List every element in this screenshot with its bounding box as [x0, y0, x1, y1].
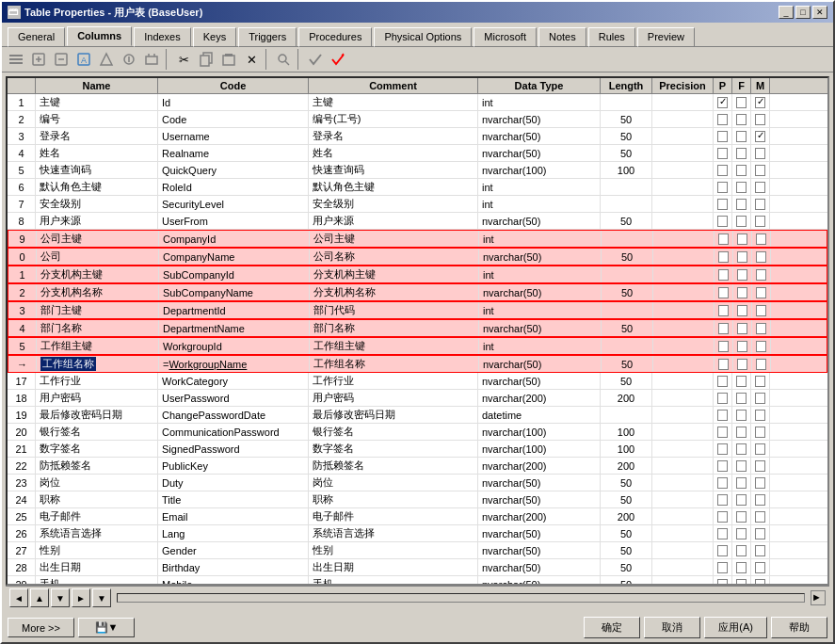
row-foreign[interactable]	[733, 231, 752, 247]
row-code[interactable]: PublicKey	[158, 458, 309, 474]
row-name[interactable]: 部门主键	[37, 302, 159, 318]
row-length[interactable]	[601, 407, 652, 423]
row-length[interactable]: 200	[601, 458, 652, 474]
row-code[interactable]: Title	[158, 491, 309, 507]
row-primary[interactable]	[714, 390, 732, 406]
row-code[interactable]: WorkgroupId	[159, 338, 310, 354]
row-name[interactable]: 工作组主键	[37, 338, 159, 354]
apply-button[interactable]: 应用(A)	[704, 617, 767, 638]
row-comment[interactable]: 分支机构主键	[310, 266, 479, 282]
table-row[interactable]: 3部门主键DepartmentId部门代码int	[8, 301, 827, 319]
row-precision[interactable]	[652, 162, 714, 178]
tb-btn7[interactable]	[141, 49, 162, 70]
tab-triggers[interactable]: Triggers	[238, 27, 297, 47]
row-mandatory[interactable]	[751, 162, 770, 178]
row-precision[interactable]	[652, 475, 714, 491]
table-row[interactable]: 7安全级别SecurityLevel安全级别int	[8, 196, 827, 213]
row-code[interactable]: RoleId	[158, 179, 309, 195]
row-comment[interactable]: 登录名	[309, 128, 478, 144]
row-length[interactable]: 50	[602, 249, 653, 265]
row-mandatory[interactable]	[751, 407, 770, 423]
data-table[interactable]: Name Code Comment Data Type Length Preci…	[6, 76, 829, 586]
row-comment[interactable]: 快速查询码	[309, 162, 478, 178]
row-mandatory[interactable]	[751, 424, 770, 440]
row-foreign[interactable]	[732, 111, 751, 127]
row-foreign[interactable]	[732, 525, 751, 541]
row-precision[interactable]	[653, 302, 715, 318]
row-datatype[interactable]: nvarchar(50)	[478, 475, 601, 491]
row-comment[interactable]: 最后修改密码日期	[309, 407, 478, 423]
row-name[interactable]: 分支机构名称	[37, 284, 159, 300]
row-comment[interactable]: 工作组主键	[310, 338, 479, 354]
row-name[interactable]: 防抵赖签名	[36, 458, 158, 474]
tb-add-row[interactable]	[6, 49, 26, 70]
help-button[interactable]: 帮助	[771, 617, 827, 638]
tab-notes[interactable]: Notes	[538, 27, 586, 47]
row-mandatory[interactable]	[751, 145, 770, 161]
row-primary[interactable]	[714, 407, 732, 423]
row-name[interactable]: 工作行业	[36, 373, 158, 389]
row-foreign[interactable]	[732, 424, 751, 440]
row-precision[interactable]	[652, 559, 714, 575]
row-mandatory[interactable]	[751, 508, 770, 524]
row-length[interactable]: 50	[601, 111, 652, 127]
row-code[interactable]: Duty	[158, 475, 309, 491]
row-primary[interactable]	[714, 424, 732, 440]
table-row[interactable]: 4部门名称DepartmentName部门名称nvarchar(50)50	[8, 319, 827, 337]
row-datatype[interactable]: int	[479, 302, 602, 318]
row-length[interactable]: 50	[601, 373, 652, 389]
row-mandatory[interactable]	[751, 213, 770, 229]
row-comment[interactable]: 部门代码	[310, 302, 479, 318]
row-name[interactable]: 性别	[36, 542, 158, 558]
table-row[interactable]: 17工作行业WorkCategory工作行业nvarchar(50)50	[8, 373, 827, 390]
tb-copy[interactable]	[196, 49, 217, 70]
tb-check1[interactable]	[305, 49, 326, 70]
table-row[interactable]: 9公司主键CompanyId公司主键int	[8, 230, 827, 248]
row-name[interactable]: 最后修改密码日期	[36, 407, 158, 423]
row-length[interactable]	[602, 302, 653, 318]
horizontal-scroll[interactable]	[117, 593, 805, 603]
nav-down[interactable]: ▼	[51, 588, 70, 607]
row-name[interactable]: 银行签名	[36, 424, 158, 440]
table-row[interactable]: 20银行签名CommunicationPassword银行签名nvarchar(…	[8, 424, 827, 441]
row-datatype[interactable]: nvarchar(50)	[478, 111, 601, 127]
row-primary[interactable]	[715, 302, 733, 318]
row-precision[interactable]	[653, 231, 715, 247]
row-comment[interactable]: 安全级别	[309, 196, 478, 212]
row-primary[interactable]	[714, 475, 732, 491]
row-code[interactable]: = WorkgroupName	[159, 356, 310, 372]
row-mandatory[interactable]	[752, 284, 771, 300]
row-primary[interactable]	[714, 111, 732, 127]
row-foreign[interactable]	[732, 508, 751, 524]
row-mandatory[interactable]	[751, 373, 770, 389]
row-precision[interactable]	[652, 128, 714, 144]
row-length[interactable]: 50	[601, 525, 652, 541]
table-row[interactable]: 25电子邮件Email电子邮件nvarchar(200)200	[8, 508, 827, 525]
row-mandatory[interactable]	[752, 356, 771, 372]
table-row[interactable]: 28出生日期Birthday出生日期nvarchar(50)50	[8, 559, 827, 576]
table-row[interactable]: 24职称Title职称nvarchar(50)50	[8, 491, 827, 508]
table-row[interactable]: 27性别Gender性别nvarchar(50)50	[8, 542, 827, 559]
row-code[interactable]: Code	[158, 111, 309, 127]
row-code[interactable]: SubCompanyName	[159, 284, 310, 300]
row-code[interactable]: DepartmentName	[159, 320, 310, 336]
row-datatype[interactable]: nvarchar(50)	[478, 145, 601, 161]
row-foreign[interactable]	[732, 162, 751, 178]
tab-procedures[interactable]: Procedures	[298, 27, 372, 47]
row-comment[interactable]: 默认角色主键	[309, 179, 478, 195]
row-primary[interactable]	[714, 179, 732, 195]
row-foreign[interactable]	[733, 284, 752, 300]
nav-extra[interactable]: ▼	[92, 588, 111, 607]
row-code[interactable]: Birthday	[158, 559, 309, 575]
row-mandatory[interactable]	[752, 320, 771, 336]
row-name[interactable]: 岗位	[36, 475, 158, 491]
table-row[interactable]: 19最后修改密码日期ChangePasswordDate最后修改密码日期date…	[8, 407, 827, 424]
row-name[interactable]: 系统语言选择	[36, 525, 158, 541]
row-code[interactable]: Email	[158, 508, 309, 524]
row-comment[interactable]: 电子邮件	[309, 508, 478, 524]
row-name[interactable]: 工作组名称	[37, 356, 159, 372]
row-datatype[interactable]: int	[478, 94, 601, 110]
table-row[interactable]: 1分支机构主键SubCompanyId分支机构主键int	[8, 266, 827, 283]
row-code[interactable]: CommunicationPassword	[158, 424, 309, 440]
row-mandatory[interactable]	[751, 491, 770, 507]
